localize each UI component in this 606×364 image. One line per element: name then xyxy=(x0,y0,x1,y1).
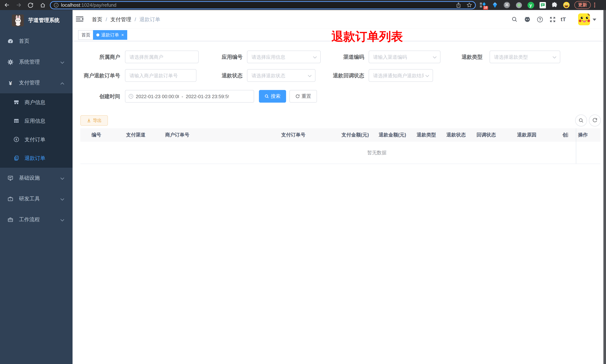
chevron-down-icon xyxy=(308,72,312,79)
yuque-extension-icon[interactable]: y xyxy=(527,1,534,9)
avatar[interactable] xyxy=(578,13,590,25)
empty-text: 暂无数据 xyxy=(367,149,386,156)
tab-refund-order[interactable]: 退款订单 × xyxy=(93,30,127,40)
refresh-table-button[interactable] xyxy=(589,115,601,126)
sidebar-item-workflow[interactable]: 工作流程 xyxy=(0,209,73,230)
refund-document-icon xyxy=(13,155,19,162)
browser-menu-icon[interactable] xyxy=(594,3,596,7)
refresh-icon xyxy=(295,94,300,99)
dashboard-icon xyxy=(7,38,13,44)
table-header: 编号 支付渠道 商户订单号 支付订单号 支付金额(元) 退款金额(元) 退款类型… xyxy=(80,128,600,142)
range-end-value[interactable]: 2022-01-23 23:59:59 xyxy=(186,93,229,99)
extension-badge: 10 xyxy=(483,6,488,10)
monitor-chart-icon xyxy=(7,175,13,181)
search-icon xyxy=(579,118,584,123)
breadcrumb: 首页/支付管理/退款订单 xyxy=(92,10,160,29)
pay-circle-icon: ¥ xyxy=(13,136,19,143)
merchant-input[interactable] xyxy=(125,51,199,63)
navbar: 首页/支付管理/退款订单 tT xyxy=(73,10,606,29)
tab-home[interactable]: 首页 xyxy=(78,30,94,40)
fullscreen-icon[interactable] xyxy=(550,16,556,24)
refund-status-select[interactable] xyxy=(247,69,316,82)
gear-icon xyxy=(7,59,13,65)
command-extension-icon[interactable]: ⌘ xyxy=(503,1,510,9)
reset-button[interactable]: 重置 xyxy=(290,90,317,103)
app-select[interactable] xyxy=(247,51,321,63)
gem-extension-icon[interactable] xyxy=(491,1,499,9)
refresh-icon xyxy=(592,118,597,123)
sidebar-item-refund-order[interactable]: 退款订单 xyxy=(0,149,73,168)
table-body: 暂无数据 xyxy=(80,142,600,164)
chevron-down-icon xyxy=(425,72,429,79)
chevron-up-icon xyxy=(60,80,64,86)
search-button[interactable]: 搜索 xyxy=(259,90,286,103)
filter-label-create-time: 创建时间 xyxy=(73,90,120,103)
header-search-icon[interactable] xyxy=(512,16,517,24)
browser-back-icon[interactable] xyxy=(2,0,11,10)
svg-text:¥: ¥ xyxy=(15,138,17,141)
browser-home-icon[interactable] xyxy=(38,0,47,10)
briefcase-icon xyxy=(7,217,13,223)
download-icon xyxy=(87,118,91,123)
url-bar[interactable]: localhost:1024/pay/refund xyxy=(50,1,476,9)
chevron-down-icon xyxy=(553,53,556,60)
help-icon[interactable] xyxy=(537,16,543,24)
active-tab-dot xyxy=(96,33,99,37)
sidebar-item-merchant-info[interactable]: 商户信息 xyxy=(0,93,73,112)
refund-table: 编号 支付渠道 商户订单号 支付订单号 支付金额(元) 退款金额(元) 退款类型… xyxy=(80,128,600,164)
chevron-down-icon xyxy=(60,196,64,202)
sidebar-item-system[interactable]: 系统管理 xyxy=(0,52,73,73)
table-grid-icon xyxy=(13,118,19,125)
sidebar-logo-row[interactable]: 芋道管理系统 xyxy=(0,10,73,31)
page-title: 退款订单列表 xyxy=(331,29,403,45)
profile-emoji-icon[interactable] xyxy=(563,1,570,9)
bookmark-star-icon[interactable] xyxy=(466,2,472,8)
browser-reload-icon[interactable] xyxy=(26,0,35,10)
browser-toolbar: localhost:1024/pay/refund 10 ⌘ y xyxy=(0,0,606,10)
refund-list-content: 所属商户 应用编号 渠道编码 退款类型 xyxy=(73,41,606,364)
range-start-value[interactable]: 2022-01-23 00:00:00 xyxy=(136,93,179,99)
channel-select[interactable] xyxy=(369,51,440,63)
browser-forward-icon[interactable] xyxy=(14,0,23,10)
github-icon[interactable] xyxy=(524,16,530,24)
shop-icon xyxy=(13,99,19,106)
sidebar-item-dev-tools[interactable]: 研发工具 xyxy=(0,189,73,209)
search-icon xyxy=(264,94,269,99)
create-time-range-picker[interactable]: 2022-01-23 00:00:00 - 2022-01-23 23:59:5… xyxy=(125,90,254,103)
breadcrumb-home[interactable]: 首页 xyxy=(92,16,102,22)
chat-extension-icon[interactable] xyxy=(539,1,546,9)
record-extension-icon[interactable] xyxy=(515,1,522,9)
fixed-column-divider xyxy=(576,128,576,164)
filter-label-refund-type: 退款类型 xyxy=(435,51,483,63)
url-host: localhost xyxy=(61,2,80,8)
yen-icon: ¥ xyxy=(7,80,13,86)
toggle-search-button[interactable] xyxy=(575,115,587,126)
share-icon[interactable] xyxy=(456,2,461,8)
update-button[interactable]: 更新 xyxy=(574,1,591,9)
sidebar: 芋道管理系统 首页 系统管理 ¥ 支付管理 xyxy=(0,10,73,364)
sidebar-item-pay-order[interactable]: ¥ 支付订单 xyxy=(0,130,73,149)
avatar-caret-icon[interactable] xyxy=(593,19,596,21)
notify-status-select[interactable] xyxy=(369,69,433,82)
toolbox-icon xyxy=(7,196,13,202)
font-size-icon[interactable]: tT xyxy=(561,10,566,29)
sidebar-item-home[interactable]: 首页 xyxy=(0,31,73,52)
app-logo xyxy=(12,14,24,26)
page: localhost:1024/pay/refund 10 ⌘ y xyxy=(0,0,606,364)
site-info-icon[interactable] xyxy=(53,2,59,8)
sidebar-item-app-info[interactable]: 应用信息 xyxy=(0,112,73,130)
chevron-down-icon xyxy=(60,59,64,65)
close-icon[interactable]: × xyxy=(121,33,124,37)
sidebar-item-payment[interactable]: ¥ 支付管理 xyxy=(0,73,73,93)
merchant-refund-no-input[interactable] xyxy=(125,69,197,82)
range-separator: - xyxy=(182,93,183,99)
window-scrollbar[interactable] xyxy=(603,10,606,364)
notes-extension-icon[interactable]: 10 xyxy=(479,1,487,9)
refund-type-select[interactable] xyxy=(489,51,560,63)
breadcrumb-payment[interactable]: 支付管理 xyxy=(110,16,131,22)
sidebar-item-infrastructure[interactable]: 基础设施 xyxy=(0,168,73,189)
filter-label-merchant-refund-no: 商户退款订单号 xyxy=(73,69,120,82)
puzzle-extensions-icon[interactable] xyxy=(551,1,558,9)
sidebar-fold-icon[interactable] xyxy=(76,16,83,24)
export-button[interactable]: 导出 xyxy=(80,115,108,126)
